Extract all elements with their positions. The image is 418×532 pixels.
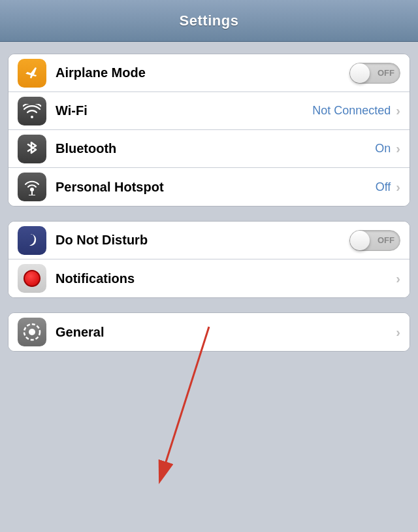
settings-content: Airplane Mode OFF Wi-Fi Not Connected › <box>0 42 418 378</box>
dnd-toggle[interactable]: OFF <box>349 230 400 251</box>
wifi-row[interactable]: Wi-Fi Not Connected › <box>8 92 410 130</box>
notifications-label: Notifications <box>56 271 394 286</box>
wifi-chevron: › <box>396 103 400 118</box>
nav-bar: Settings <box>0 0 418 42</box>
hotspot-value: Off <box>376 180 391 194</box>
hotspot-chevron: › <box>396 180 400 195</box>
bluetooth-label: Bluetooth <box>56 141 375 156</box>
airplane-mode-icon <box>18 59 46 88</box>
hotspot-icon <box>18 173 46 201</box>
connectivity-group: Airplane Mode OFF Wi-Fi Not Connected › <box>8 54 410 207</box>
bluetooth-row[interactable]: Bluetooth On › <box>8 130 410 168</box>
bluetooth-icon <box>18 135 46 163</box>
airplane-mode-toggle[interactable]: OFF <box>349 63 400 84</box>
notifications-group: Do Not Disturb OFF Notifications › <box>8 221 410 298</box>
dnd-row[interactable]: Do Not Disturb OFF <box>8 222 410 259</box>
bluetooth-value: On <box>375 142 391 156</box>
notifications-row[interactable]: Notifications › <box>8 259 410 297</box>
notifications-chevron: › <box>396 271 400 286</box>
bluetooth-chevron: › <box>396 141 400 156</box>
toggle-knob <box>350 63 370 83</box>
svg-point-0 <box>30 188 34 191</box>
general-chevron: › <box>396 325 400 340</box>
notifications-icon <box>18 264 46 293</box>
general-label: General <box>56 325 394 340</box>
wifi-value: Not Connected <box>312 104 391 118</box>
airplane-mode-row[interactable]: Airplane Mode OFF <box>8 54 410 92</box>
hotspot-row[interactable]: Personal Hotspot Off › <box>8 168 410 206</box>
svg-point-3 <box>29 329 35 335</box>
airplane-mode-label: Airplane Mode <box>56 65 349 80</box>
wifi-label: Wi-Fi <box>56 103 312 118</box>
dnd-icon <box>18 226 46 255</box>
general-group: General › <box>8 312 410 352</box>
general-row[interactable]: General › <box>8 313 410 351</box>
dnd-toggle-knob <box>350 231 370 250</box>
page-title: Settings <box>180 12 239 29</box>
dnd-label: Do Not Disturb <box>56 233 349 248</box>
general-icon <box>18 318 46 346</box>
dnd-toggle-off-label: OFF <box>378 235 394 245</box>
wifi-icon <box>18 97 46 125</box>
hotspot-label: Personal Hotspot <box>56 180 376 195</box>
toggle-off-label: OFF <box>378 68 394 78</box>
